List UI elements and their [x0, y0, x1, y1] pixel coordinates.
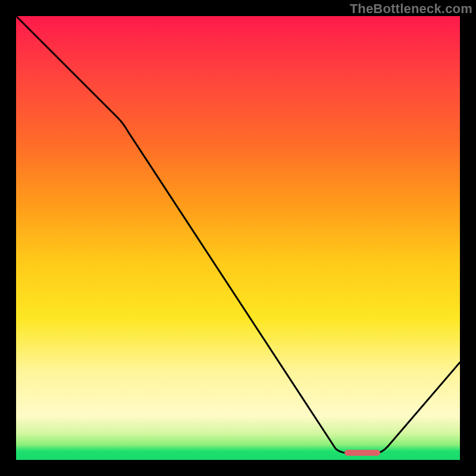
chart-frame: TheBottleneck.com — [0, 0, 476, 476]
plot-area — [16, 16, 460, 460]
optimal-range-marker — [345, 450, 380, 456]
watermark-text: TheBottleneck.com — [350, 1, 472, 17]
curve-path — [16, 16, 460, 453]
bottleneck-curve — [16, 16, 460, 460]
